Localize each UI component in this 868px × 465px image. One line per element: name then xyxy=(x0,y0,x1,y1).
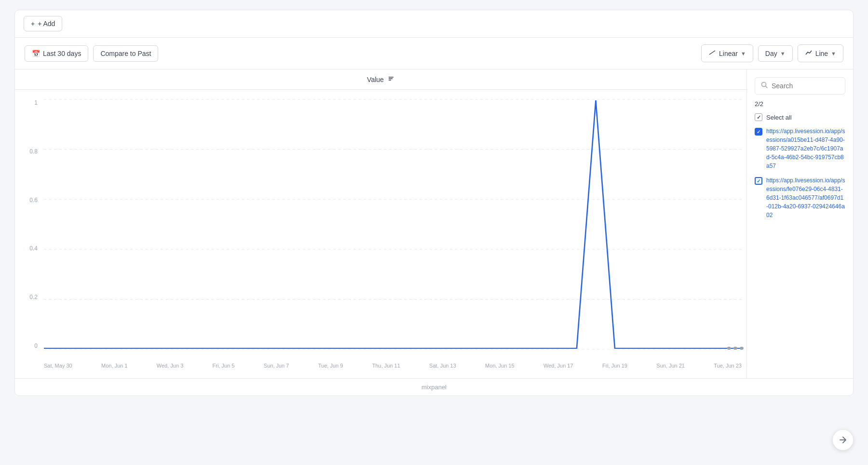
line-chevron-icon: ▼ xyxy=(831,51,836,56)
chart-plot xyxy=(44,99,742,349)
select-all-label: Select all xyxy=(766,114,792,121)
search-box[interactable] xyxy=(755,77,845,95)
x-label-12: Tue, Jun 23 xyxy=(714,363,742,369)
series-item-1: ✓ https://app.livesession.io/app/session… xyxy=(755,127,845,170)
search-icon xyxy=(761,82,768,90)
chart-header: Value xyxy=(15,69,746,90)
x-label-1: Mon, Jun 1 xyxy=(101,363,127,369)
x-label-5: Tue, Jun 9 xyxy=(318,363,343,369)
date-range-label: Last 30 days xyxy=(43,50,81,57)
check-icon-2: ✓ xyxy=(757,178,760,184)
x-label-8: Mon, Jun 15 xyxy=(485,363,515,369)
x-label-11: Sun, Jun 21 xyxy=(656,363,685,369)
x-label-3: Fri, Jun 5 xyxy=(213,363,235,369)
series-count: 2/2 xyxy=(755,100,845,108)
line-dropdown[interactable]: Line ▼ xyxy=(798,44,843,62)
compare-label: Compare to Past xyxy=(100,50,151,57)
svg-line-0 xyxy=(709,51,715,55)
svg-point-10 xyxy=(727,347,731,350)
chart-area: Value 1 0.8 0.6 0.4 0.2 0 xyxy=(15,69,853,378)
y-label-06: 0.6 xyxy=(29,197,38,204)
line-chart-icon xyxy=(805,49,813,58)
chart-main: Value 1 0.8 0.6 0.4 0.2 0 xyxy=(15,69,747,378)
day-dropdown[interactable]: Day ▼ xyxy=(758,45,793,62)
x-label-10: Fri, Jun 19 xyxy=(602,363,627,369)
checkmark-icon: ✓ xyxy=(757,114,761,121)
x-label-7: Sat, Jun 13 xyxy=(429,363,456,369)
series-2-checkbox[interactable]: ✓ xyxy=(755,177,762,185)
x-label-6: Thu, Jun 11 xyxy=(372,363,400,369)
series-1-checkbox[interactable]: ✓ xyxy=(755,128,762,136)
x-label-9: Wed, Jun 17 xyxy=(543,363,573,369)
date-range-button[interactable]: 📅 Last 30 days xyxy=(25,45,88,62)
x-label-0: Sat, May 30 xyxy=(44,363,72,369)
series-2-link[interactable]: https://app.livesession.io/app/sessions/… xyxy=(766,176,845,219)
linear-chevron-icon: ▼ xyxy=(741,51,746,56)
linear-dropdown[interactable]: Linear ▼ xyxy=(701,44,753,62)
top-bar: + + Add xyxy=(15,10,853,38)
series-1-link[interactable]: https://app.livesession.io/app/sessions/… xyxy=(766,127,845,170)
svg-point-12 xyxy=(740,347,744,350)
add-button-label: + Add xyxy=(38,20,55,27)
y-label-08: 0.8 xyxy=(29,148,38,155)
select-all-checkbox[interactable]: ✓ xyxy=(755,113,762,121)
day-chevron-icon: ▼ xyxy=(780,51,786,56)
y-label-04: 0.4 xyxy=(29,245,38,252)
check-icon-1: ✓ xyxy=(757,129,760,135)
calendar-icon: 📅 xyxy=(32,50,40,57)
plus-icon: + xyxy=(31,20,35,27)
chart-content: 1 0.8 0.6 0.4 0.2 0 xyxy=(15,90,746,378)
x-label-2: Wed, Jun 3 xyxy=(157,363,183,369)
select-all-row[interactable]: ✓ Select all xyxy=(755,113,845,121)
x-axis-labels: Sat, May 30 Mon, Jun 1 Wed, Jun 3 Fri, J… xyxy=(44,363,742,369)
linear-label: Linear xyxy=(719,50,738,57)
y-axis-labels: 1 0.8 0.6 0.4 0.2 0 xyxy=(15,99,41,349)
y-label-1: 1 xyxy=(34,99,38,106)
compare-to-past-button[interactable]: Compare to Past xyxy=(93,45,158,62)
svg-point-11 xyxy=(733,347,737,350)
watermark: mixpanel xyxy=(15,378,853,396)
chart-sidebar: 2/2 ✓ Select all ✓ https://app.livesessi… xyxy=(747,69,853,378)
line-label: Line xyxy=(815,50,828,57)
y-label-02: 0.2 xyxy=(29,294,38,301)
sort-icon[interactable] xyxy=(388,75,394,83)
y-label-0: 0 xyxy=(34,342,38,349)
add-button[interactable]: + + Add xyxy=(24,16,62,31)
controls-bar: 📅 Last 30 days Compare to Past Linear ▼ … xyxy=(15,38,853,69)
series-item-2: ✓ https://app.livesession.io/app/session… xyxy=(755,176,845,219)
svg-line-14 xyxy=(766,86,768,88)
linear-icon xyxy=(708,49,716,58)
day-label: Day xyxy=(765,50,777,57)
value-label: Value xyxy=(367,76,384,83)
search-input[interactable] xyxy=(772,82,839,90)
x-label-4: Sun, Jun 7 xyxy=(264,363,289,369)
